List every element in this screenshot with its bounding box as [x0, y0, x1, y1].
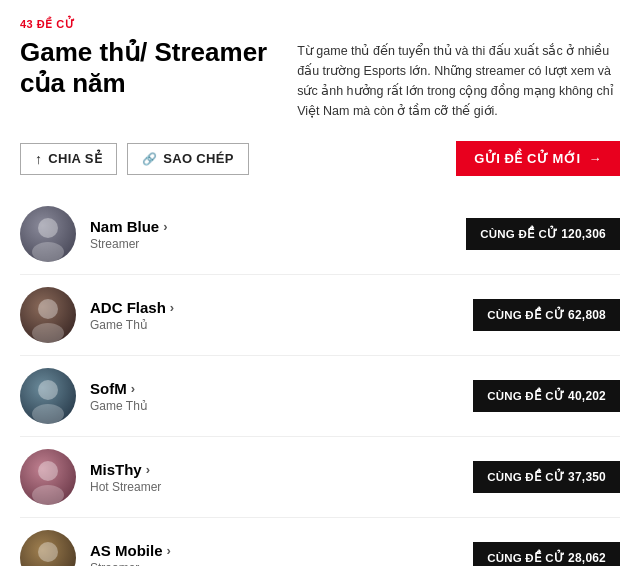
candidate-info: AS Mobile › Streamer — [90, 542, 459, 567]
candidate-row: MisThy › Hot Streamer CÙNG ĐỀ CỬ 37,350 — [20, 437, 620, 518]
avatar — [20, 449, 76, 505]
candidate-name[interactable]: Nam Blue › — [90, 218, 452, 235]
vote-count: 28,062 — [568, 551, 606, 565]
svg-point-1 — [32, 242, 64, 262]
vote-label: CÙNG ĐỀ CỬ — [487, 389, 564, 403]
actions-row: CHIA SẺ SAO CHÉP GỬI ĐỀ CỬ MỚI — [20, 141, 620, 176]
candidate-type: Game Thủ — [90, 399, 459, 413]
candidate-row: SofM › Game Thủ CÙNG ĐỀ CỬ 40,202 — [20, 356, 620, 437]
vote-button[interactable]: CÙNG ĐỀ CỬ 37,350 — [473, 461, 620, 493]
share-button[interactable]: CHIA SẺ — [20, 143, 117, 175]
svg-point-6 — [38, 461, 58, 481]
candidate-name[interactable]: AS Mobile › — [90, 542, 459, 559]
candidate-name[interactable]: MisThy › — [90, 461, 459, 478]
candidate-info: MisThy › Hot Streamer — [90, 461, 459, 494]
vote-button[interactable]: CÙNG ĐỀ CỬ 62,808 — [473, 299, 620, 331]
link-icon — [142, 151, 157, 166]
page-title: Game thủ/ Streamercủa năm — [20, 37, 267, 99]
vote-button[interactable]: CÙNG ĐỀ CỬ 40,202 — [473, 380, 620, 412]
vote-count: 37,350 — [568, 470, 606, 484]
copy-label: SAO CHÉP — [163, 151, 233, 166]
candidate-type: Streamer — [90, 561, 459, 567]
vote-count: 62,808 — [568, 308, 606, 322]
header-description: Từ game thủ đến tuyển thủ và thi đấu xuấ… — [297, 37, 620, 121]
chevron-icon: › — [170, 300, 174, 315]
svg-point-8 — [38, 542, 58, 562]
vote-count: 120,306 — [561, 227, 606, 241]
vote-label: CÙNG ĐỀ CỬ — [487, 470, 564, 484]
candidate-type: Game Thủ — [90, 318, 459, 332]
candidate-row: AS Mobile › Streamer CÙNG ĐỀ CỬ 28,062 — [20, 518, 620, 566]
vote-button[interactable]: CÙNG ĐỀ CỬ 120,306 — [466, 218, 620, 250]
svg-point-2 — [38, 299, 58, 319]
svg-point-4 — [38, 380, 58, 400]
submit-label: GỬI ĐỀ CỬ MỚI — [474, 151, 580, 166]
avatar — [20, 206, 76, 262]
candidate-name[interactable]: SofM › — [90, 380, 459, 397]
svg-point-0 — [38, 218, 58, 238]
chevron-icon: › — [146, 462, 150, 477]
vote-count: 40,202 — [568, 389, 606, 403]
avatar — [20, 530, 76, 566]
avatar — [20, 287, 76, 343]
chevron-icon: › — [167, 543, 171, 558]
vote-label: CÙNG ĐỀ CỬ — [487, 551, 564, 565]
svg-point-5 — [32, 404, 64, 424]
candidate-name[interactable]: ADC Flash › — [90, 299, 459, 316]
candidate-row: ADC Flash › Game Thủ CÙNG ĐỀ CỬ 62,808 — [20, 275, 620, 356]
upload-icon — [35, 151, 42, 167]
candidate-row: Nam Blue › Streamer CÙNG ĐỀ CỬ 120,306 — [20, 194, 620, 275]
chevron-icon: › — [131, 381, 135, 396]
vote-button[interactable]: CÙNG ĐỀ CỬ 28,062 — [473, 542, 620, 566]
avatar — [20, 368, 76, 424]
candidate-info: ADC Flash › Game Thủ — [90, 299, 459, 332]
submit-button[interactable]: GỬI ĐỀ CỬ MỚI — [456, 141, 620, 176]
vote-label: CÙNG ĐỀ CỬ — [480, 227, 557, 241]
copy-button[interactable]: SAO CHÉP — [127, 143, 249, 175]
arrow-right-icon — [589, 151, 603, 166]
svg-point-7 — [32, 485, 64, 505]
candidate-info: Nam Blue › Streamer — [90, 218, 452, 251]
candidate-type: Streamer — [90, 237, 452, 251]
candidate-list: Nam Blue › Streamer CÙNG ĐỀ CỬ 120,306 A… — [20, 194, 620, 566]
candidate-info: SofM › Game Thủ — [90, 380, 459, 413]
vote-label: CÙNG ĐỀ CỬ — [487, 308, 564, 322]
share-label: CHIA SẺ — [48, 151, 102, 166]
top-tag: 43 ĐỀ CỬ — [20, 18, 620, 31]
header-row: Game thủ/ Streamercủa năm Từ game thủ đế… — [20, 37, 620, 121]
svg-point-3 — [32, 323, 64, 343]
header-left: Game thủ/ Streamercủa năm — [20, 37, 267, 99]
chevron-icon: › — [163, 219, 167, 234]
candidate-type: Hot Streamer — [90, 480, 459, 494]
actions-left: CHIA SẺ SAO CHÉP — [20, 143, 249, 175]
